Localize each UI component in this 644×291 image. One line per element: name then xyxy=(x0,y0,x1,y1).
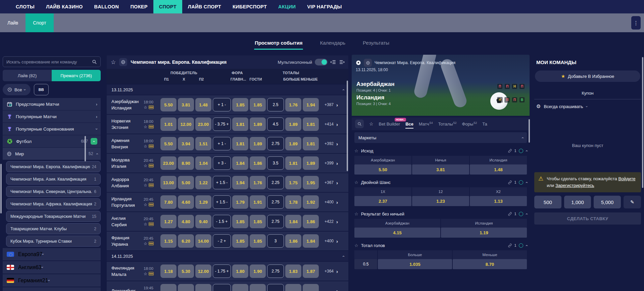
nav-item[interactable]: VIP НАГРАДЫ xyxy=(301,0,348,13)
handicap-home-odd-button[interactable]: 1.85 xyxy=(232,234,248,248)
total-over-odd-button[interactable]: 1.76 xyxy=(285,98,301,111)
open-event-chevron-icon[interactable]: › xyxy=(336,200,338,205)
odd-p1-button[interactable]: 5.50 xyxy=(160,137,177,150)
bet-builder-icon[interactable]: BB xyxy=(149,203,154,206)
event-row[interactable]: Люксембург 19:45 ☆ BB › xyxy=(107,281,348,291)
open-event-chevron-icon[interactable]: › xyxy=(336,180,338,185)
market-filter-tab[interactable]: Форы52 xyxy=(462,120,477,128)
handicap-line-button[interactable]: - 3.75 + xyxy=(213,117,231,131)
handicap-line-button[interactable]: - 1.75 + xyxy=(213,264,231,278)
open-event-chevron-icon[interactable]: › xyxy=(336,161,338,166)
stake-chip-button[interactable]: 1,000 xyxy=(564,196,591,208)
favorite-market-star-icon[interactable]: ☆ xyxy=(354,148,358,153)
total-under-odd-button[interactable]: 1.92 xyxy=(303,195,319,209)
add-favorite-button[interactable]: ★ Добавьте В Избранное xyxy=(535,70,640,82)
open-event-chevron-icon[interactable]: › xyxy=(336,141,338,146)
event-row[interactable]: Франция Украина 20:45 ☆ BB 1.15 6.20 14.… xyxy=(107,232,348,250)
events-scrollbar[interactable] xyxy=(347,81,348,171)
handicap-home-odd-button[interactable]: 1.94 xyxy=(232,176,248,189)
total-line-button[interactable] xyxy=(267,284,284,291)
favorite-event-star-icon[interactable]: ☆ xyxy=(144,241,147,246)
event-row[interactable]: Молдова Италия 20:45 ☆ BB 23.00 8.90 1.0… xyxy=(107,154,348,173)
market-odd-button[interactable]: 3.81 xyxy=(412,164,469,175)
favorite-competition-star-icon[interactable]: ☆ xyxy=(111,59,116,66)
market-filter-tab[interactable]: Матч54 xyxy=(419,120,433,128)
event-row[interactable]: Андорра Албания 20:45 ☆ BB 13.00 5.00 1.… xyxy=(107,173,348,192)
handicap-away-odd-button[interactable]: 1.90 xyxy=(250,264,266,278)
time-filter-dropdown[interactable]: Все › xyxy=(3,84,31,95)
expanded-view-icon[interactable] xyxy=(339,59,345,65)
odd-p1-button[interactable]: 1.01 xyxy=(160,117,177,131)
more-options-button[interactable]: ⋮ xyxy=(631,16,641,30)
event-row[interactable]: Армения Венгрия 18:00 ☆ BB 5.50 3.94 1.5… xyxy=(107,134,348,153)
odd-x-button[interactable]: 6.20 xyxy=(178,234,194,248)
favorite-market-star-icon[interactable]: ☆ xyxy=(354,243,358,248)
handicap-line-button[interactable]: - 1.5 + xyxy=(213,215,231,228)
market-odd-button[interactable]: 5.50 xyxy=(354,164,411,175)
collapse-market-icon[interactable]: › xyxy=(524,150,528,151)
total-under-odd-button[interactable]: 1.87 xyxy=(303,264,319,278)
odd-p1-button[interactable]: 13.00 xyxy=(160,176,177,189)
open-event-chevron-icon[interactable]: › xyxy=(336,288,338,291)
odd-p2-button[interactable] xyxy=(195,284,211,291)
handicap-line-button[interactable]: + 3 - xyxy=(213,156,231,170)
collapse-group-icon[interactable]: › xyxy=(341,89,345,90)
date-group-header[interactable]: 14.11.2025 › xyxy=(107,251,348,261)
place-bet-button[interactable]: СДЕЛАТЬ СТАВКУ xyxy=(534,212,641,225)
total-over-odd-button[interactable]: 1.75 xyxy=(285,176,301,189)
total-line-button[interactable]: 2.75 xyxy=(267,195,284,209)
total-line-button[interactable]: 2.5 xyxy=(267,98,284,111)
collapse-market-icon[interactable]: › xyxy=(524,245,528,246)
league-item[interactable]: Чемпионат Мира. Северная, Центральна... … xyxy=(6,186,101,197)
total-line-button[interactable]: 4.5 xyxy=(267,117,284,131)
favorite-event-star-icon[interactable]: ☆ xyxy=(144,222,147,227)
handicap-away-odd-button[interactable]: 1.85 xyxy=(250,215,266,228)
total-over-odd-button[interactable]: 1.83 xyxy=(285,264,301,278)
handicap-away-odd-button[interactable]: 1.85 xyxy=(250,98,266,111)
odd-p1-button[interactable] xyxy=(160,284,177,291)
nav-item[interactable]: ЛАЙВ СПОРТ xyxy=(182,0,227,13)
country-item[interactable]: Европа 97 › xyxy=(3,248,101,260)
market-odd-button[interactable]: 1.13 xyxy=(470,196,527,206)
favorite-event-star-icon[interactable]: ☆ xyxy=(144,163,147,168)
total-over-odd-button[interactable]: 1.78 xyxy=(285,195,301,209)
odd-x-button[interactable]: 4.60 xyxy=(178,195,194,209)
mode-tab[interactable]: Лайв (82) xyxy=(3,70,52,81)
competition-search[interactable] xyxy=(3,56,101,67)
country-item[interactable]: Германия 21 › xyxy=(3,274,101,287)
bet-builder-icon[interactable]: BB xyxy=(149,183,154,187)
total-over-odd-button[interactable] xyxy=(285,284,301,291)
odd-p1-button[interactable]: 5.50 xyxy=(160,98,177,111)
page-tab[interactable]: Календарь xyxy=(319,37,346,50)
odd-p2-button[interactable]: 23.00 xyxy=(195,117,211,131)
total-over-odd-button[interactable]: 1.81 xyxy=(285,156,301,170)
login-link[interactable]: Войдите xyxy=(618,176,635,181)
handicap-line-button[interactable]: + 1.5 - xyxy=(213,176,231,189)
search-icon[interactable] xyxy=(92,59,97,64)
favorite-event-star-icon[interactable]: ☆ xyxy=(144,272,147,276)
market-odd-button[interactable]: 2.37 xyxy=(354,196,411,206)
handicap-home-odd-button[interactable]: 1.85 xyxy=(232,215,248,228)
handicap-home-odd-button[interactable]: 1.81 xyxy=(232,137,248,150)
multicolumn-toggle[interactable] xyxy=(315,59,328,65)
event-row[interactable]: Ирландия Португалия 20:45 ☆ BB 7.80 4.60… xyxy=(107,193,348,211)
favorite-event-star-icon[interactable]: ☆ xyxy=(144,202,147,207)
odd-p2-button[interactable]: 1.04 xyxy=(195,156,211,170)
total-line-button[interactable]: 2.75 xyxy=(267,137,284,150)
handicap-line-button[interactable]: + 1 - xyxy=(213,98,231,111)
handicap-away-odd-button[interactable]: 1.89 xyxy=(250,117,266,131)
odd-p1-button[interactable]: 1.18 xyxy=(160,264,177,278)
ask-mode-dropdown[interactable]: ⚙ Всегда спрашивать › xyxy=(534,99,641,113)
betslip-scrollbar[interactable] xyxy=(642,57,643,188)
odd-x-button[interactable]: 4.80 xyxy=(178,215,194,228)
nav-item[interactable]: ЛАЙВ КАЗИНО xyxy=(40,0,88,13)
sidebar-scrollbar[interactable] xyxy=(85,136,86,161)
coupon-tab[interactable]: Купон xyxy=(534,90,641,99)
market-search-button[interactable] xyxy=(355,119,364,128)
odd-x-button[interactable]: 5.30 xyxy=(178,264,194,278)
register-link[interactable]: Зарегистрируйтесь xyxy=(555,183,594,188)
total-under-odd-button[interactable]: 1.81 xyxy=(303,137,319,150)
open-event-chevron-icon[interactable]: › xyxy=(336,102,338,107)
handicap-line-button[interactable]: + 1 - xyxy=(213,137,231,150)
handicap-line-button[interactable]: + 1.5 - xyxy=(213,195,231,209)
